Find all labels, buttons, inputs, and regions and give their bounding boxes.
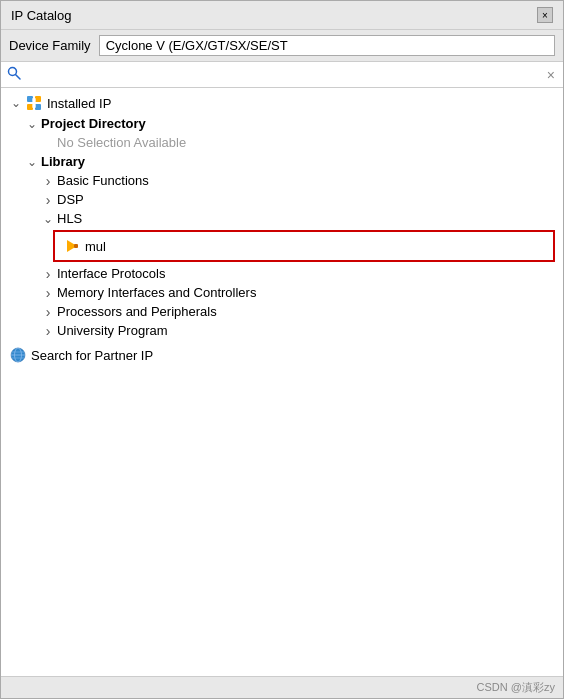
search-bar: × [1, 62, 563, 88]
project-directory-item[interactable]: Project Directory [1, 114, 563, 133]
hls-highlight-box: mul [53, 230, 555, 262]
no-selection-text: No Selection Available [1, 133, 563, 152]
project-directory-label: Project Directory [41, 116, 146, 131]
dsp-item[interactable]: DSP [1, 190, 563, 209]
hls-chevron [41, 212, 55, 226]
globe-icon [9, 346, 27, 364]
window-title: IP Catalog [11, 8, 71, 23]
ip-catalog-window: IP Catalog × Device Family Cyclone V (E/… [0, 0, 564, 699]
hls-label: HLS [57, 211, 82, 226]
search-clear-icon[interactable]: × [545, 67, 557, 83]
basic-functions-chevron [41, 174, 55, 188]
university-item[interactable]: University Program [1, 321, 563, 340]
mul-label: mul [85, 239, 106, 254]
installed-ip-item[interactable]: Installed IP [1, 92, 563, 114]
university-label: University Program [57, 323, 168, 338]
library-label: Library [41, 154, 85, 169]
watermark-text: CSDN @滇彩zy [477, 680, 555, 695]
interface-protocols-item[interactable]: Interface Protocols [1, 264, 563, 283]
search-icon [7, 66, 21, 83]
close-button[interactable]: × [537, 7, 553, 23]
installed-ip-icon [25, 94, 43, 112]
processors-label: Processors and Peripherals [57, 304, 217, 319]
university-chevron [41, 324, 55, 338]
title-bar: IP Catalog × [1, 1, 563, 30]
mul-icon [63, 237, 81, 255]
library-item[interactable]: Library [1, 152, 563, 171]
memory-interfaces-chevron [41, 286, 55, 300]
device-family-row: Device Family Cyclone V (E/GX/GT/SX/SE/S… [1, 30, 563, 62]
basic-functions-label: Basic Functions [57, 173, 149, 188]
tree-container: Installed IP Project Directory No Select… [1, 88, 563, 676]
library-chevron [25, 155, 39, 169]
device-family-dropdown[interactable]: Cyclone V (E/GX/GT/SX/SE/ST [99, 35, 555, 56]
search-partner-item[interactable]: Search for Partner IP [1, 344, 563, 366]
svg-rect-7 [32, 104, 36, 108]
installed-ip-label: Installed IP [47, 96, 111, 111]
mul-item[interactable]: mul [55, 235, 553, 257]
dsp-label: DSP [57, 192, 84, 207]
basic-functions-item[interactable]: Basic Functions [1, 171, 563, 190]
svg-rect-9 [74, 244, 78, 248]
svg-line-1 [16, 75, 21, 80]
hls-item[interactable]: HLS [1, 209, 563, 228]
interface-protocols-label: Interface Protocols [57, 266, 165, 281]
device-family-label: Device Family [9, 38, 91, 53]
search-input[interactable] [25, 67, 541, 82]
processors-item[interactable]: Processors and Peripherals [1, 302, 563, 321]
project-directory-chevron [25, 117, 39, 131]
memory-interfaces-item[interactable]: Memory Interfaces and Controllers [1, 283, 563, 302]
interface-protocols-chevron [41, 267, 55, 281]
installed-ip-chevron [9, 96, 23, 110]
dsp-chevron [41, 193, 55, 207]
memory-interfaces-label: Memory Interfaces and Controllers [57, 285, 256, 300]
svg-rect-6 [32, 98, 36, 102]
processors-chevron [41, 305, 55, 319]
search-partner-label: Search for Partner IP [31, 348, 153, 363]
bottom-bar: CSDN @滇彩zy [1, 676, 563, 698]
